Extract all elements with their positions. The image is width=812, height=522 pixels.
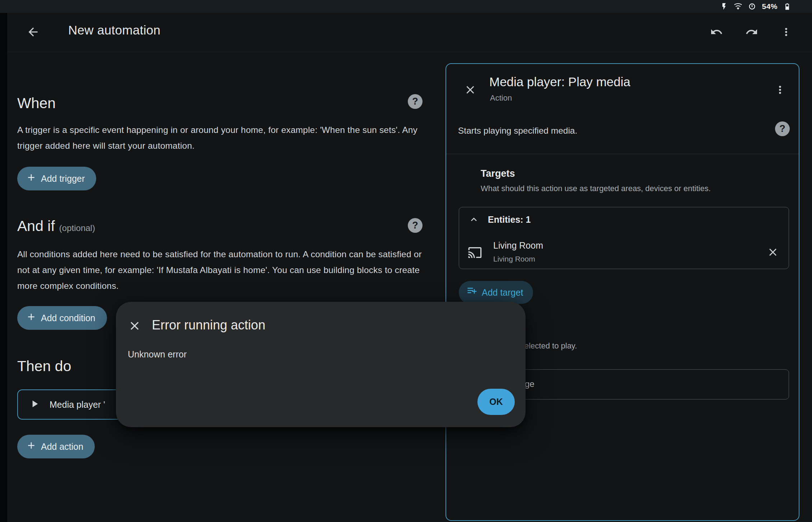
then-do-section-title: Then do (17, 358, 71, 375)
panel-subtitle: Action (490, 93, 512, 103)
play-icon (29, 398, 40, 411)
panel-title: Media player: Play media (489, 75, 630, 89)
cast-icon (466, 244, 484, 261)
and-if-help-icon[interactable]: ? (408, 218, 423, 233)
close-icon (464, 83, 477, 97)
remove-entity-button[interactable] (764, 244, 781, 261)
panel-overflow-menu-button[interactable] (772, 82, 788, 98)
back-button[interactable] (25, 24, 41, 40)
battery-icon (783, 2, 791, 11)
entity-primary-name: Living Room (493, 240, 543, 251)
undo-button[interactable] (709, 24, 724, 40)
header-overflow-menu-button[interactable] (778, 24, 794, 40)
entity-secondary-name: Living Room (493, 255, 535, 263)
panel-help-icon[interactable]: ? (775, 121, 790, 136)
entities-picker: Entities: 1 Living Room Living Room (459, 207, 789, 269)
redo-button[interactable] (744, 24, 760, 40)
entities-count-label: Entities: 1 (488, 214, 531, 225)
add-action-label: Add action (41, 442, 83, 452)
panel-description: Starts playing specified media. (458, 126, 577, 136)
screen: 54% New automation When ? A trigger is a… (0, 0, 812, 522)
and-if-description: All conditions added here need to be sat… (17, 246, 425, 294)
when-description: A trigger is a specific event happening … (17, 122, 421, 154)
panel-divider (446, 154, 799, 154)
add-trigger-button[interactable]: Add trigger (17, 167, 96, 190)
dialog-body: Unknown error (128, 349, 187, 360)
panel-close-button[interactable] (462, 82, 478, 98)
media-field-text-fragment: ge (525, 379, 535, 389)
and-if-title-text: And if (17, 218, 55, 234)
undo-icon (710, 26, 723, 40)
and-if-section-title: And if(optional) (17, 218, 95, 235)
collapse-entities-button[interactable] (467, 213, 481, 227)
add-condition-label: Add condition (41, 313, 95, 323)
add-condition-button[interactable]: Add condition (17, 306, 107, 330)
wifi-icon (734, 2, 742, 11)
add-target-label: Add target (482, 287, 523, 298)
dialog-close-button[interactable] (127, 318, 143, 334)
plus-icon (26, 172, 37, 185)
optional-label: (optional) (59, 223, 95, 233)
status-bar: 54% (0, 0, 812, 13)
page-title: New automation (68, 23, 160, 37)
add-target-button[interactable]: Add target (459, 281, 533, 304)
targets-subtitle: What should this action use as targeted … (481, 184, 711, 193)
dialog-title: Error running action (152, 318, 265, 333)
action-card-label: Media player ' (50, 399, 105, 410)
dialog-ok-button[interactable]: OK (477, 389, 515, 415)
redo-icon (745, 26, 758, 40)
when-section-title: When (17, 95, 56, 112)
close-icon (128, 319, 141, 334)
close-icon (767, 246, 779, 259)
add-action-button[interactable]: Add action (17, 435, 95, 458)
when-help-icon[interactable]: ? (408, 94, 423, 109)
plus-icon (26, 311, 37, 324)
plus-icon (26, 440, 37, 453)
targets-title: Targets (481, 168, 515, 179)
playlist-plus-icon (467, 286, 477, 299)
media-section-text-fragment: elected to play. (524, 341, 577, 351)
battery-percent-text: 54% (762, 2, 778, 11)
kebab-menu-icon (774, 84, 786, 97)
charging-bolt-icon (720, 3, 728, 10)
action-editor-panel: Media player: Play media Action Starts p… (445, 63, 799, 521)
error-dialog: Error running action Unknown error OK (116, 302, 526, 427)
kebab-menu-icon (780, 26, 792, 39)
header-divider (7, 52, 812, 52)
arrow-left-icon (26, 25, 40, 40)
data-saver-icon (748, 3, 756, 10)
add-trigger-label: Add trigger (41, 174, 85, 184)
chevron-up-icon (468, 214, 480, 226)
